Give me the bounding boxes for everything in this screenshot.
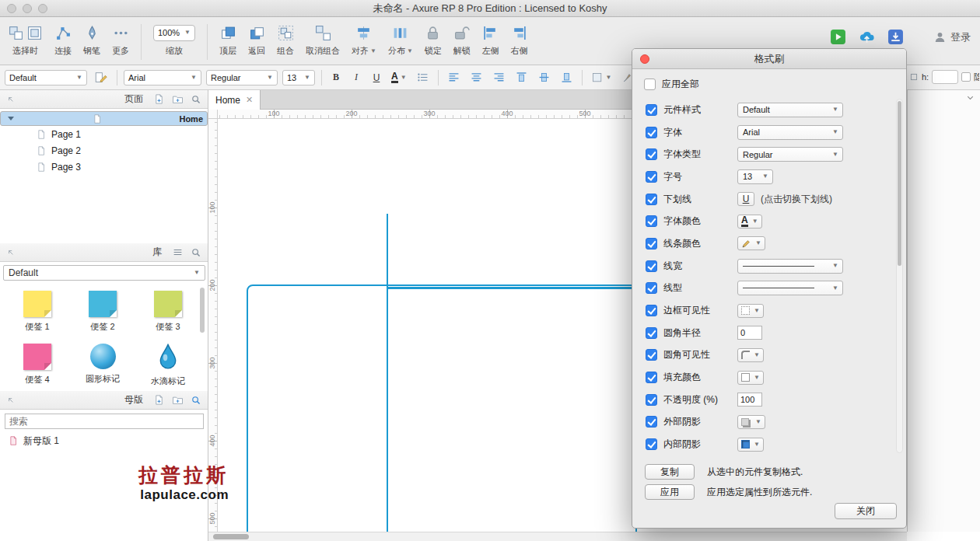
inner-shadow-checkbox[interactable] bbox=[646, 438, 657, 450]
library-widget[interactable]: 便签 3 bbox=[135, 288, 201, 341]
masters-search-input[interactable] bbox=[5, 414, 204, 429]
toolbar-selection-mode[interactable]: 选择时 bbox=[8, 23, 43, 57]
inner-shadow-select[interactable]: ▼ bbox=[737, 438, 764, 452]
font-family-select[interactable]: Arial▼ bbox=[124, 70, 201, 86]
align-middle-icon[interactable] bbox=[535, 70, 553, 86]
toolbar-zoom[interactable]: 100%▼缩放 bbox=[153, 23, 195, 57]
text-align-right-icon[interactable] bbox=[490, 70, 508, 86]
toolbar-distribute[interactable]: 分布▼ bbox=[388, 23, 413, 57]
toolbar-send-to-back[interactable]: 返回 bbox=[248, 23, 265, 57]
add-folder-icon[interactable] bbox=[172, 394, 184, 406]
font-color-checkbox[interactable] bbox=[646, 215, 657, 227]
outer-shadow-checkbox[interactable] bbox=[646, 416, 657, 428]
widget-style-select[interactable]: Default▼ bbox=[5, 70, 87, 86]
font-type-select[interactable]: Regular▼ bbox=[737, 147, 843, 162]
style-edit-icon[interactable] bbox=[92, 70, 110, 86]
font-type-checkbox[interactable] bbox=[646, 148, 657, 160]
library-select[interactable]: Default▼ bbox=[3, 265, 205, 281]
font-size-select[interactable]: 13▼ bbox=[737, 169, 773, 184]
text-align-center-icon[interactable] bbox=[467, 70, 485, 86]
fill-color-checkbox[interactable] bbox=[646, 372, 657, 383]
add-page-icon[interactable] bbox=[153, 93, 165, 105]
vertical-line-widget[interactable] bbox=[387, 214, 388, 532]
opacity-checkbox[interactable] bbox=[646, 394, 657, 406]
align-bottom-icon[interactable] bbox=[558, 70, 576, 86]
font-family-select[interactable]: Arial▼ bbox=[737, 125, 843, 140]
search-icon[interactable] bbox=[191, 247, 201, 258]
font-weight-select[interactable]: Regular▼ bbox=[206, 70, 278, 86]
underline-button[interactable]: U bbox=[369, 70, 384, 86]
dialog-scrollbar[interactable] bbox=[896, 99, 903, 453]
fill-color-select[interactable]: ▼ bbox=[737, 371, 764, 385]
line-width-select[interactable]: ▼ bbox=[737, 259, 843, 274]
horizontal-scrollbar[interactable] bbox=[208, 532, 907, 541]
widget-style-checkbox[interactable] bbox=[646, 104, 657, 116]
border-visibility-select[interactable]: ▼ bbox=[737, 304, 764, 318]
menu-icon[interactable] bbox=[172, 246, 184, 258]
corner-radius-input[interactable] bbox=[737, 326, 762, 340]
line-color-checkbox[interactable] bbox=[646, 238, 657, 250]
page-item[interactable]: Page 2 bbox=[0, 142, 208, 159]
add-folder-icon[interactable] bbox=[172, 93, 184, 105]
close-button[interactable]: 关闭 bbox=[835, 503, 897, 519]
font-color-select[interactable]: A▼ bbox=[737, 215, 762, 229]
outer-shadow-select[interactable]: ▼ bbox=[737, 415, 765, 429]
library-widget[interactable]: 便签 1 bbox=[5, 288, 70, 341]
login-button[interactable]: 登录 bbox=[933, 30, 971, 44]
toolbar-align-right-edge[interactable]: 右侧 bbox=[511, 23, 528, 57]
page-item[interactable]: Page 3 bbox=[0, 159, 208, 175]
collapse-panel-icon[interactable] bbox=[6, 95, 16, 104]
line-width-checkbox[interactable] bbox=[646, 260, 657, 272]
page-item[interactable]: Home bbox=[0, 111, 208, 126]
toolbar-lock[interactable]: 锁定 bbox=[425, 23, 442, 57]
toolbar-more[interactable]: 更多 bbox=[112, 23, 129, 57]
bullet-list-icon[interactable] bbox=[414, 70, 432, 86]
toolbar-connector[interactable]: 连接 bbox=[54, 23, 72, 57]
toolbar-group[interactable]: 组合 bbox=[277, 23, 294, 57]
underline-toggle-button[interactable]: U bbox=[737, 192, 754, 206]
italic-button[interactable]: I bbox=[348, 70, 364, 86]
font-family-checkbox[interactable] bbox=[646, 127, 657, 138]
scrollbar-thumb[interactable] bbox=[898, 101, 901, 266]
master-item[interactable]: 新母版 1 bbox=[0, 433, 208, 449]
page-item[interactable]: Page 1 bbox=[0, 126, 208, 142]
toolbar-align-left-edge[interactable]: 左侧 bbox=[482, 23, 499, 57]
close-window-button[interactable] bbox=[7, 4, 16, 13]
font-size-checkbox[interactable] bbox=[646, 171, 657, 183]
library-scrollbar[interactable] bbox=[200, 288, 205, 333]
toolbar-bring-to-front[interactable]: 顶层 bbox=[219, 23, 236, 57]
search-icon[interactable] bbox=[191, 94, 201, 105]
apply-all-checkbox[interactable] bbox=[644, 79, 656, 90]
line-style-select[interactable]: ▼ bbox=[737, 281, 843, 295]
align-top-icon[interactable] bbox=[513, 70, 530, 86]
zoom-select[interactable]: 100%▼ bbox=[153, 25, 195, 41]
toolbar-ungroup[interactable]: 取消组合 bbox=[306, 23, 340, 57]
fill-color-button[interactable]: ▼ bbox=[589, 70, 614, 86]
minimize-window-button[interactable] bbox=[23, 4, 32, 13]
close-tab-icon[interactable]: ✕ bbox=[246, 95, 253, 105]
search-icon[interactable] bbox=[191, 395, 201, 406]
opacity-input[interactable] bbox=[737, 393, 762, 407]
toolbar-pen[interactable]: 钢笔 bbox=[83, 23, 100, 57]
text-align-left-icon[interactable] bbox=[445, 70, 463, 86]
underline-checkbox[interactable] bbox=[646, 194, 657, 205]
font-color-button[interactable]: A▼ bbox=[389, 70, 409, 86]
expand-triangle-icon[interactable] bbox=[8, 117, 14, 120]
tab-home[interactable]: Home ✕ bbox=[208, 90, 261, 110]
library-widget[interactable]: 圆形标记 bbox=[70, 341, 135, 394]
widget-style-select[interactable]: Default▼ bbox=[737, 103, 843, 117]
height-input[interactable] bbox=[932, 70, 958, 84]
library-widget[interactable]: 便签 2 bbox=[70, 288, 135, 341]
line-style-checkbox[interactable] bbox=[646, 282, 657, 294]
preview-play-icon[interactable] bbox=[830, 29, 846, 45]
border-visibility-checkbox[interactable] bbox=[646, 305, 657, 316]
chevron-down-icon[interactable] bbox=[965, 92, 975, 103]
collapse-panel-icon[interactable] bbox=[6, 396, 16, 405]
dialog-titlebar[interactable]: 格式刷 bbox=[632, 49, 906, 69]
zoom-window-button[interactable] bbox=[38, 4, 47, 13]
add-page-icon[interactable] bbox=[153, 394, 165, 406]
library-widget[interactable]: 便签 4 bbox=[5, 341, 70, 394]
publish-cloud-icon[interactable] bbox=[859, 29, 875, 45]
collapse-panel-icon[interactable] bbox=[6, 248, 16, 257]
toolbar-align[interactable]: 对齐▼ bbox=[352, 23, 376, 57]
